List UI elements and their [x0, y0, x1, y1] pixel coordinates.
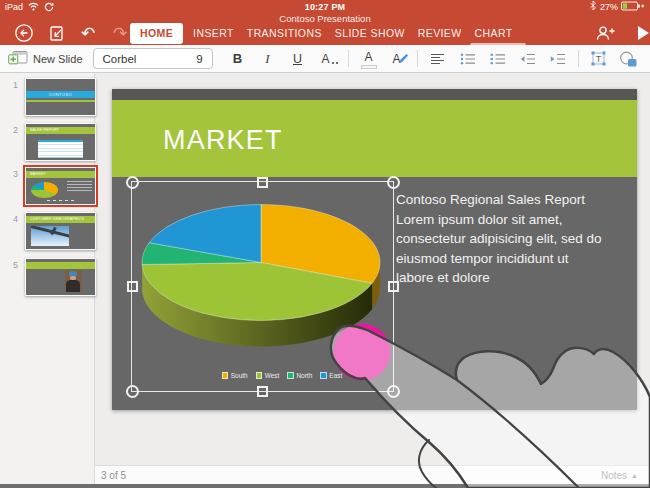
thumb5-title-band: [26, 262, 95, 270]
slide-title-text[interactable]: MARKET: [163, 125, 283, 156]
resize-handle-top-right[interactable]: [387, 176, 400, 189]
footer-bar: 3 of 5 Notes ▲: [95, 465, 650, 484]
thumb4-photo: [31, 226, 70, 246]
resize-handle-right-middle[interactable]: [388, 281, 399, 292]
underline-button[interactable]: U: [287, 48, 309, 70]
slide-thumbnail-5[interactable]: [25, 258, 96, 296]
body-line: consectetur adipisicing elit, sed do: [396, 229, 636, 249]
thumb1-title: CONTOSO: [49, 92, 72, 97]
underline-glyph: U: [293, 52, 302, 66]
more-dots-icon: [332, 62, 334, 64]
play-slideshow-button[interactable]: [634, 23, 650, 43]
font-format-more-button[interactable]: A: [317, 48, 339, 70]
tab-slide-show[interactable]: SLIDE SHOW: [332, 23, 408, 44]
tab-chart-label: CHART: [475, 27, 513, 39]
slide-thumbnail-1[interactable]: CONTOSO: [25, 78, 96, 116]
slide-number: 1: [0, 80, 18, 90]
resize-handle-bottom-left[interactable]: [126, 385, 139, 398]
shape-icon: [619, 51, 638, 67]
indent-button[interactable]: [547, 48, 569, 70]
undo-button[interactable]: ↶: [78, 23, 98, 43]
resize-handle-top-middle[interactable]: [257, 177, 268, 188]
bluetooth-icon: [589, 0, 597, 13]
thumb2-title-band: SALES REPORT: [26, 127, 95, 135]
thumb3-title: MARKET: [30, 172, 46, 176]
thumb2-title: SALES REPORT: [30, 128, 59, 132]
align-button[interactable]: [427, 48, 449, 70]
tab-review[interactable]: REVIEW: [415, 23, 465, 44]
resize-handle-top-left[interactable]: [126, 176, 139, 189]
new-slide-icon: [8, 50, 28, 68]
shape-fill-button[interactable]: [618, 48, 640, 70]
notes-expand-icon: ▲: [631, 472, 638, 479]
font-color-glyph: A: [365, 51, 373, 63]
tab-chart[interactable]: CHART: [472, 23, 516, 44]
align-left-icon: [430, 53, 445, 65]
notes-label: Notes: [601, 470, 627, 481]
font-size[interactable]: 9: [196, 53, 202, 65]
thumb5-photo: [65, 270, 82, 292]
slide-number: 4: [0, 214, 18, 224]
thumb1-accent-line: [26, 100, 95, 102]
thumb3-legend: [47, 200, 75, 202]
add-people-icon[interactable]: [594, 23, 617, 43]
tab-transitions[interactable]: TRANSITIONS: [244, 23, 325, 44]
current-slide[interactable]: MARKET SouthWestNorthEast Contoso Region…: [112, 89, 637, 410]
resize-handle-left-middle[interactable]: [127, 281, 138, 292]
slide-panel: 1 CONTOSO 2 SALES REPORT 3 MARKET 4 CUST…: [0, 73, 95, 484]
resize-handle-bottom-middle[interactable]: [257, 386, 268, 397]
resize-handle-bottom-right[interactable]: [387, 385, 400, 398]
bullets-button[interactable]: [457, 48, 479, 70]
font-selector[interactable]: Corbel 9: [93, 48, 213, 69]
bold-glyph: B: [233, 51, 242, 66]
bold-button[interactable]: B: [227, 48, 249, 70]
back-button[interactable]: [14, 23, 34, 43]
redo-button[interactable]: ↷: [110, 23, 130, 43]
pen-icon: [398, 50, 409, 68]
notes-toggle[interactable]: Notes ▲: [601, 470, 638, 481]
font-color-button[interactable]: A: [358, 48, 380, 70]
toolbar-divider: [348, 50, 349, 67]
font-color-swatch: [361, 65, 377, 69]
share-icon[interactable]: [46, 23, 66, 43]
textbox-icon: T: [590, 50, 607, 67]
bottom-strip: [0, 484, 650, 488]
ios-status-bar: iPad 10:27 PM 27%: [0, 1, 650, 12]
font-more-glyph: A: [322, 52, 330, 66]
italic-glyph: I: [265, 51, 269, 67]
thumb3-title-band: MARKET: [26, 171, 95, 179]
slide-body-text[interactable]: Contoso Regional Sales Report Lorem ipsu…: [396, 190, 636, 288]
slide-thumbnail-4[interactable]: CUSTOMER DEMOGRAPHICS: [25, 212, 96, 250]
slide-thumbnail-2[interactable]: SALES REPORT: [25, 123, 96, 161]
new-slide-button[interactable]: New Slide: [8, 50, 83, 68]
page-indicator: 3 of 5: [101, 470, 126, 481]
tab-home[interactable]: HOME: [130, 23, 183, 44]
body-line: Lorem ipsum dolor sit amet,: [396, 210, 636, 230]
battery-percent: 27%: [600, 2, 618, 12]
numbered-list-icon: [490, 53, 506, 65]
title-bar: iPad 10:27 PM 27% Contoso Presentation: [0, 0, 650, 45]
indent-icon: [549, 53, 566, 65]
thumb4-title: CUSTOMER DEMOGRAPHICS: [30, 217, 84, 221]
wifi-icon: [27, 2, 39, 12]
format-brush-button[interactable]: A: [386, 48, 408, 70]
slide-number: 3: [0, 169, 18, 179]
toolbar-divider: [417, 50, 418, 67]
battery-charging-icon: [621, 1, 645, 13]
slide-number: 5: [0, 260, 18, 270]
new-slide-label: New Slide: [33, 53, 83, 65]
numbering-button[interactable]: [487, 48, 509, 70]
svg-text:T: T: [596, 54, 602, 64]
thumb4-title-band: CUSTOMER DEMOGRAPHICS: [26, 216, 95, 224]
thumb1-title-band: CONTOSO: [26, 91, 95, 99]
slide-thumbnail-3-selected[interactable]: MARKET: [25, 167, 96, 205]
font-name: Corbel: [103, 53, 137, 65]
outdent-button[interactable]: [517, 48, 539, 70]
thumb3-text-lines: [67, 181, 92, 193]
tab-insert[interactable]: INSERT: [190, 23, 237, 44]
textbox-button[interactable]: T: [588, 48, 610, 70]
outdent-icon: [519, 53, 536, 65]
sync-icon: [43, 2, 54, 12]
slide-top-strip: [112, 89, 637, 100]
italic-button[interactable]: I: [257, 48, 279, 70]
